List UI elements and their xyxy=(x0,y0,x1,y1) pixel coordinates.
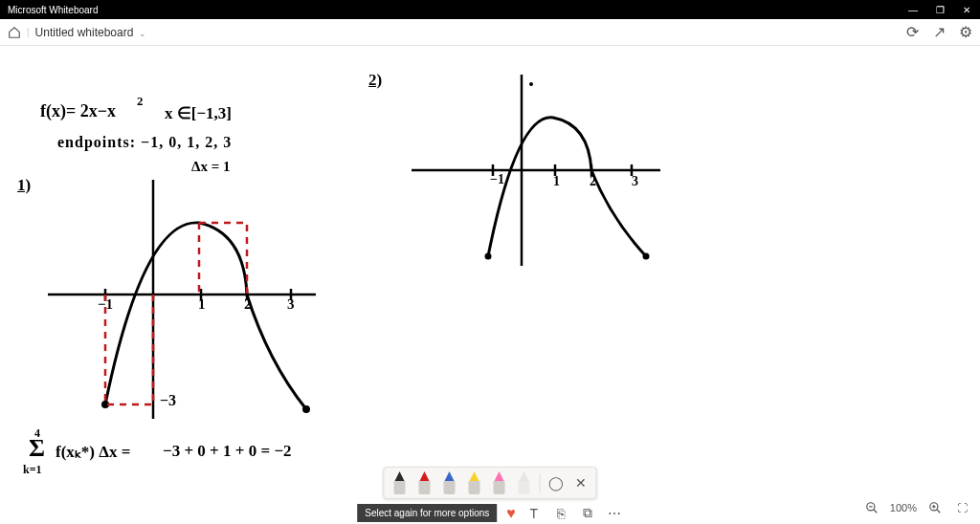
fit-screen-icon[interactable]: ⛶ xyxy=(953,499,970,516)
titlebar: Microsoft Whiteboard — ❐ ✕ xyxy=(0,0,980,19)
svg-point-15 xyxy=(643,253,650,260)
share-icon[interactable]: ↗ xyxy=(932,26,946,39)
ink-fx: f(x)= 2x−x xyxy=(40,101,116,121)
pen-toolbar: ◯ ✕ xyxy=(384,467,597,499)
secondary-toolbar: Select again for more options ♥ T ⎘ ⧉ ⋯ xyxy=(357,504,623,522)
chevron-down-icon: ⌄ xyxy=(139,29,146,38)
header-right: ⟳ ↗ ⚙ xyxy=(905,26,972,39)
app-header: | Untitled whiteboard ⌄ ⟳ ↗ ⚙ xyxy=(0,19,980,46)
ink-endpoints: endpoints: −1, 0, 1, 2, 3 xyxy=(57,134,232,151)
tooltip: Select again for more options xyxy=(357,504,497,522)
text-tool-icon[interactable]: T xyxy=(525,505,543,522)
paste-icon[interactable]: ⧉ xyxy=(579,505,596,522)
home-icon[interactable] xyxy=(8,26,21,39)
pen-blue[interactable] xyxy=(440,471,459,494)
ink-domain: x ∈[−1,3] xyxy=(165,103,232,123)
ink-exp2: 2 xyxy=(137,94,144,109)
reaction-heart-icon[interactable]: ♥ xyxy=(506,505,516,522)
sum-sigma: Σ xyxy=(29,434,45,463)
header-left: | Untitled whiteboard ⌄ xyxy=(8,26,146,39)
pen-yellow[interactable] xyxy=(465,471,484,494)
svg-point-16 xyxy=(529,82,533,86)
settings-icon[interactable]: ⚙ xyxy=(959,26,972,39)
pen-pink[interactable] xyxy=(490,471,509,494)
comment-icon[interactable]: ⎘ xyxy=(552,505,569,522)
svg-point-14 xyxy=(485,253,492,260)
toolbar-close-icon[interactable]: ✕ xyxy=(571,473,590,492)
close-button[interactable]: ✕ xyxy=(953,0,980,19)
window-controls: — ❐ ✕ xyxy=(900,0,980,19)
sum-rhs: −3 + 0 + 1 + 0 = −2 xyxy=(163,442,292,461)
svg-line-21 xyxy=(937,510,941,513)
pen-red[interactable] xyxy=(415,471,434,494)
board-name[interactable]: Untitled whiteboard ⌄ xyxy=(35,26,146,39)
svg-line-18 xyxy=(874,510,878,513)
graph-2 xyxy=(412,65,699,285)
ink-two: 2) xyxy=(368,71,382,90)
whiteboard-canvas[interactable]: f(x)= 2x−x 2 x ∈[−1,3] endpoints: −1, 0,… xyxy=(0,46,980,524)
more-icon[interactable]: ⋯ xyxy=(606,505,623,522)
toolbar-divider xyxy=(540,473,541,492)
zoom-value: 100% xyxy=(890,502,917,513)
board-name-text: Untitled whiteboard xyxy=(35,26,134,39)
zoom-controls: 100% ⛶ xyxy=(863,499,970,516)
graph-1 xyxy=(29,170,354,438)
zoom-in-icon[interactable] xyxy=(926,499,944,516)
zoom-out-icon[interactable] xyxy=(863,499,880,516)
restore-button[interactable]: ❐ xyxy=(926,0,953,19)
divider: | xyxy=(27,27,30,37)
timer-icon[interactable]: ⟳ xyxy=(905,26,919,39)
lasso-icon[interactable]: ◯ xyxy=(546,473,566,492)
sum-body: f(xₖ*) Δx = xyxy=(56,442,130,462)
sum-bot: k=1 xyxy=(23,463,42,477)
svg-point-7 xyxy=(302,405,310,413)
pen-eraser[interactable] xyxy=(515,471,534,494)
pen-black[interactable] xyxy=(390,471,410,494)
minimize-button[interactable]: — xyxy=(900,0,926,19)
app-title: Microsoft Whiteboard xyxy=(8,5,98,15)
